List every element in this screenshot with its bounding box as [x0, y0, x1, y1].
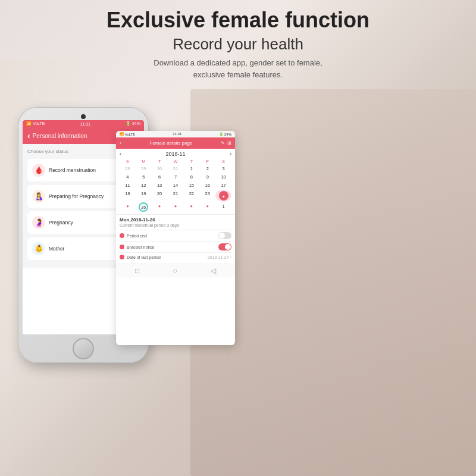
p2-back-button[interactable]: ‹: [120, 140, 121, 146]
bracelet-toggle[interactable]: [218, 243, 231, 250]
status-bar: 📶 VoLTE 11:31 🔋 24%: [23, 120, 144, 127]
day-23[interactable]: 23: [199, 190, 215, 202]
day-2[interactable]: 2: [199, 165, 215, 173]
period-end-row: Period end: [120, 230, 231, 241]
selected-date: Mon,2018-11-26: [120, 217, 231, 223]
day-22[interactable]: 22: [183, 190, 199, 202]
day-4[interactable]: 4: [120, 173, 136, 181]
day-19[interactable]: 19: [136, 190, 152, 202]
day-29[interactable]: 29: [136, 165, 152, 173]
day-17[interactable]: 17: [215, 181, 231, 189]
phone2: 📶 VoLTE 11:31 🔋 24% ‹ Female details pag…: [116, 131, 235, 345]
day-12[interactable]: 12: [136, 181, 152, 189]
status-right: 🔋 24%: [126, 121, 140, 126]
share-icon[interactable]: ⊞: [227, 140, 231, 146]
back-button[interactable]: ‹: [27, 131, 30, 140]
days-grid: 28 29 30 31 1 2 3 4 5 6 7 8 9 10 11 12 1…: [120, 165, 231, 212]
day-31[interactable]: 31: [168, 165, 184, 173]
period-end-dot: [120, 233, 124, 238]
month-label: 2018-11: [165, 151, 185, 157]
p2-header-icons: ✎ ⊞: [221, 140, 231, 146]
record-icon: 🩸: [32, 164, 45, 177]
day-25-dot[interactable]: ●: [120, 202, 136, 212]
day-10[interactable]: 10: [215, 173, 231, 181]
period-info: Current menstrual period 3 days: [120, 223, 231, 227]
day-1[interactable]: 1: [183, 165, 199, 173]
mother-label: Mother: [49, 246, 64, 252]
pregnancy-icon: 🤰: [32, 216, 45, 229]
last-period-chevron[interactable]: ›: [230, 255, 231, 259]
dow-t1: T: [152, 159, 168, 164]
day-9[interactable]: 9: [199, 173, 215, 181]
home-button[interactable]: [73, 338, 94, 359]
day-16[interactable]: 16: [199, 181, 215, 189]
status-left: 📶 VoLTE: [26, 121, 45, 126]
next-month-button[interactable]: ›: [230, 151, 231, 157]
day-15[interactable]: 15: [183, 181, 199, 189]
day-7[interactable]: 7: [168, 173, 184, 181]
day-3[interactable]: 3: [215, 165, 231, 173]
dow-row: S M T W T F S: [120, 159, 231, 164]
p2-status-right: 🔋 24%: [219, 132, 231, 136]
day-29-dot[interactable]: ●: [183, 202, 199, 212]
last-period-value-row: 2018-11-24 ›: [208, 255, 231, 259]
nav-back-icon[interactable]: ◁: [211, 267, 216, 275]
day-30[interactable]: 30: [152, 165, 168, 173]
bracelet-dot: [120, 245, 124, 249]
desc-line1: Download a dedicated app, gender set to …: [154, 58, 322, 67]
day-28[interactable]: 28: [120, 165, 136, 173]
period-end-toggle[interactable]: [218, 232, 231, 239]
day-20[interactable]: 20: [152, 190, 168, 202]
day-11[interactable]: 11: [120, 181, 136, 189]
last-period-label: Date of last period: [127, 255, 161, 259]
nav-circle-icon[interactable]: ○: [173, 267, 177, 275]
day-6[interactable]: 6: [152, 173, 168, 181]
pregnancy-label: Pregnancy: [49, 220, 73, 226]
sub-title: Record your health: [0, 35, 476, 54]
description: Download a dedicated app, gender set to …: [0, 57, 476, 80]
bracelet-label: Bracelet notice: [127, 245, 154, 249]
pregnancy-prep-icon: 🤱: [32, 190, 45, 203]
status-center: 11:31: [80, 122, 90, 126]
nav-square-icon[interactable]: □: [135, 267, 139, 275]
dow-s: S: [120, 159, 136, 164]
phone2-screen: 📶 VoLTE 11:31 🔋 24% ‹ Female details pag…: [116, 131, 235, 345]
record-label: Record menstruation: [49, 167, 96, 173]
day-30-dot[interactable]: ●: [199, 202, 215, 212]
last-period-value: 2018-11-24: [208, 255, 229, 259]
header-section: Exclusive female function Record your he…: [0, 0, 476, 80]
dow-m: M: [136, 159, 152, 164]
p2-status-bar: 📶 VoLTE 11:31 🔋 24%: [116, 131, 235, 137]
dow-w: W: [168, 159, 184, 164]
main-title: Exclusive female function: [0, 7, 476, 33]
month-nav: ‹ 2018-11 ›: [120, 151, 231, 157]
p2-header: ‹ Female details page ✎ ⊞: [116, 137, 235, 149]
day-26-teal[interactable]: 26: [139, 202, 148, 212]
edit-icon[interactable]: ✎: [221, 140, 225, 146]
phone-camera: [81, 114, 86, 119]
info-section: Mon,2018-11-26 Current menstrual period …: [116, 214, 235, 264]
bracelet-notice-row: Bracelet notice: [120, 241, 231, 252]
day-13[interactable]: 13: [152, 181, 168, 189]
prev-month-button[interactable]: ‹: [120, 151, 121, 157]
p2-status-center: 11:31: [173, 132, 181, 136]
dow-s2: S: [215, 159, 231, 164]
day-24[interactable]: ●: [215, 190, 231, 202]
dow-f: F: [199, 159, 215, 164]
day-next-1[interactable]: 1: [215, 202, 231, 212]
day-5[interactable]: 5: [136, 173, 152, 181]
mother-icon: 👶: [32, 242, 45, 255]
last-period-row: Date of last period 2018-11-24 ›: [120, 252, 231, 261]
day-8[interactable]: 8: [183, 173, 199, 181]
day-28-dot[interactable]: ●: [168, 202, 184, 212]
screen-title: Personal information: [33, 133, 87, 139]
p2-header-title: Female details page: [149, 140, 192, 146]
period-end-label: Period end: [127, 234, 147, 238]
day-18[interactable]: 18: [120, 190, 136, 202]
day-14[interactable]: 14: [168, 181, 184, 189]
day-21[interactable]: 21: [168, 190, 184, 202]
day-27-dot[interactable]: ●: [152, 202, 168, 212]
pregnancy-prep-label: Preparing for Pregnancy: [49, 193, 104, 199]
last-period-dot: [120, 255, 124, 259]
desc-line2: exclusive female features.: [193, 70, 283, 79]
